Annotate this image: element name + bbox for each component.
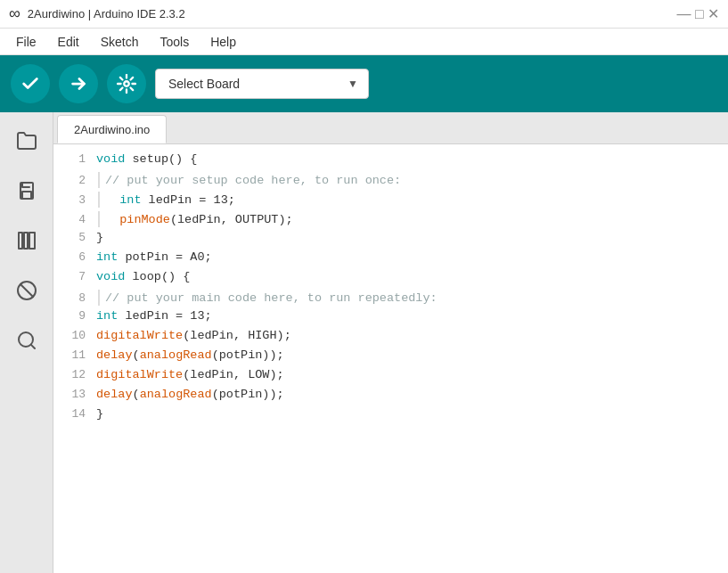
- code-line: 11 delay(analogRead(potPin));: [53, 348, 728, 367]
- code-line: 3 int ledPin = 13;: [53, 191, 728, 210]
- tab-main-sketch[interactable]: 2Aurdiwino.ino: [57, 115, 167, 143]
- code-line: 14 }: [53, 406, 728, 426]
- svg-rect-4: [24, 233, 28, 249]
- no-symbol-icon[interactable]: [12, 276, 41, 305]
- code-line: 8 // put your main code here, to run rep…: [53, 289, 728, 308]
- svg-line-9: [30, 345, 34, 348]
- menu-edit[interactable]: Edit: [49, 31, 88, 53]
- window-controls[interactable]: — □ ✕: [676, 5, 719, 22]
- toolbar: Select Board: [0, 55, 728, 112]
- code-line: 9 int ledPin = 13;: [53, 308, 728, 328]
- editor-area: 2Aurdiwino.ino 1 void setup() { 2 // put…: [53, 112, 728, 573]
- sidebar: [0, 112, 53, 573]
- board-selector-wrapper[interactable]: Select Board: [155, 69, 369, 99]
- menu-tools[interactable]: Tools: [151, 31, 199, 53]
- menu-file[interactable]: File: [7, 31, 45, 53]
- tab-bar: 2Aurdiwino.ino: [53, 112, 728, 144]
- folder-icon[interactable]: [12, 127, 41, 155]
- menu-help[interactable]: Help: [201, 31, 245, 53]
- code-line: 5 }: [53, 230, 728, 250]
- search-icon[interactable]: [12, 326, 41, 355]
- window-title: 2Aurdiwino | Arduino IDE 2.3.2: [28, 7, 185, 20]
- board-selector[interactable]: Select Board: [155, 69, 369, 99]
- code-line: 6 int potPin = A0;: [53, 250, 728, 269]
- library-icon[interactable]: [12, 226, 41, 255]
- verify-button[interactable]: [11, 64, 50, 103]
- svg-line-7: [20, 284, 32, 297]
- code-line: 12 digitalWrite(ledPin, LOW);: [53, 367, 728, 387]
- app-logo: ∞: [9, 4, 20, 23]
- code-line: 1 void setup() {: [53, 151, 728, 171]
- svg-rect-3: [19, 233, 22, 249]
- code-editor[interactable]: 1 void setup() { 2 // put your setup cod…: [53, 144, 728, 573]
- code-line: 4 pinMode(ledPin, OUTPUT);: [53, 210, 728, 230]
- menu-sketch[interactable]: Sketch: [92, 31, 148, 53]
- title-bar: ∞ 2Aurdiwino | Arduino IDE 2.3.2 — □ ✕: [0, 0, 728, 29]
- code-line: 7 void loop() {: [53, 269, 728, 289]
- code-line: 10 digitalWrite(ledPin, HIGH);: [53, 328, 728, 348]
- code-line: 13 delay(analogRead(potPin));: [53, 387, 728, 406]
- debugger-button[interactable]: [107, 64, 146, 103]
- code-line: 2 // put your setup code here, to run on…: [53, 171, 728, 191]
- svg-rect-5: [29, 233, 35, 249]
- main-area: 2Aurdiwino.ino 1 void setup() { 2 // put…: [0, 112, 728, 573]
- upload-button[interactable]: [59, 64, 98, 103]
- svg-point-1: [124, 81, 129, 86]
- menu-bar: File Edit Sketch Tools Help: [0, 29, 728, 55]
- save-icon[interactable]: [12, 176, 41, 205]
